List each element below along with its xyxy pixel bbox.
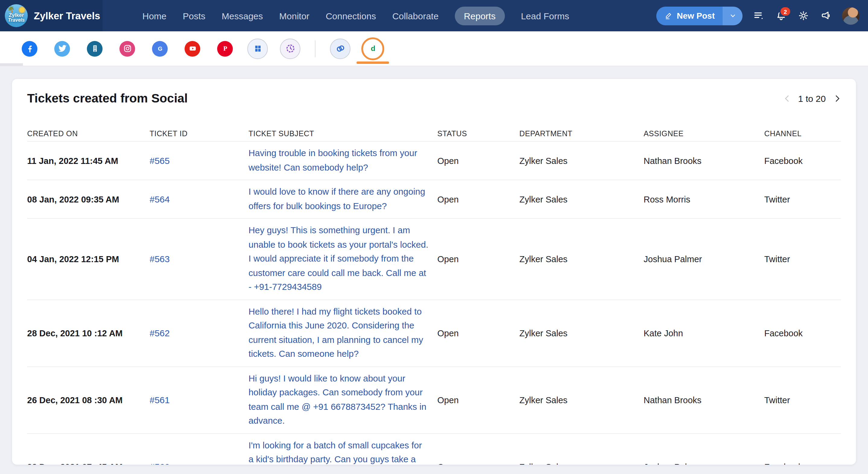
channel-apps-grid-icon[interactable] xyxy=(247,38,268,59)
nav-item-monitor[interactable]: Monitor xyxy=(279,10,309,21)
ticket-id-link[interactable]: #560 xyxy=(150,462,170,465)
cell-department: Zylker Sales xyxy=(519,395,644,405)
channel-separator xyxy=(315,40,315,57)
ticket-id-link[interactable]: #564 xyxy=(150,194,170,204)
table-row: 04 Jan, 2022 12:15 PM #563 Hey guys! Thi… xyxy=(27,219,841,300)
report-card: Tickets created from Social 1 to 20 CREA… xyxy=(12,79,856,465)
cell-assignee: Joshua Palmer xyxy=(644,462,764,465)
cell-assignee: Kate John xyxy=(644,328,764,338)
cell-department: Zylker Sales xyxy=(519,194,644,204)
cell-status: Open xyxy=(437,328,519,338)
ticket-id-link[interactable]: #565 xyxy=(150,156,170,166)
cell-created-on: 08 Jan, 2022 09:35 AM xyxy=(27,194,150,204)
logo-text-line2: Travels xyxy=(5,18,28,23)
channel-company-building-icon[interactable] xyxy=(87,41,102,56)
top-navbar: 🌴 Zylker Travels Zylker Travels HomePost… xyxy=(0,0,868,31)
horizontal-scrollbar-thumb[interactable] xyxy=(0,63,23,66)
card-header: Tickets created from Social 1 to 20 xyxy=(12,79,856,105)
logo-text-line1: Zylker xyxy=(5,12,28,18)
nav-item-connections[interactable]: Connections xyxy=(326,10,376,21)
column-header-assignee: ASSIGNEE xyxy=(644,130,764,138)
cell-ticket-id: #565 xyxy=(150,156,249,166)
cell-ticket-id: #563 xyxy=(150,254,249,264)
palm-tree-icon: 🌴 xyxy=(7,6,15,13)
cell-channel: Facebook xyxy=(764,156,841,165)
nav-item-collaborate[interactable]: Collaborate xyxy=(392,10,438,21)
chevron-down-icon xyxy=(729,12,736,19)
table-row: 08 Jan, 2022 09:35 AM #564 I would love … xyxy=(27,180,841,219)
cell-ticket-id: #562 xyxy=(150,328,249,338)
channel-icons: GPd xyxy=(0,31,868,66)
cell-created-on: 04 Jan, 2022 12:15 PM xyxy=(27,254,150,264)
ticket-subject-link[interactable]: Hey guys! This is something urgent. I am… xyxy=(249,224,437,295)
cell-status: Open xyxy=(437,462,519,465)
app-viewport: 🌴 Zylker Travels Zylker Travels HomePost… xyxy=(0,0,868,474)
channel-zoho-crm-rings-icon[interactable] xyxy=(330,38,350,59)
cell-department: Zylker Sales xyxy=(519,254,644,264)
table-row: 26 Dec, 2021 08 :30 AM #561 Hi guys! I w… xyxy=(27,367,841,434)
column-header-ticket-id: TICKET ID xyxy=(150,130,249,138)
ticket-subject-link[interactable]: I would love to know if there are any on… xyxy=(249,185,437,213)
nav-item-reports[interactable]: Reports xyxy=(455,6,504,25)
channel-google-my-business-icon[interactable]: G xyxy=(152,41,168,56)
table-row: 22 Dec, 2021 07 :45 AM #560 I'm looking … xyxy=(27,434,841,465)
cell-assignee: Nathan Brooks xyxy=(644,395,764,405)
cell-status: Open xyxy=(437,194,519,204)
cell-channel: Twitter xyxy=(764,194,841,204)
channel-facebook-icon[interactable] xyxy=(22,41,37,56)
ticket-id-link[interactable]: #563 xyxy=(150,254,170,264)
cell-ticket-id: #561 xyxy=(150,395,249,405)
cell-assignee: Nathan Brooks xyxy=(644,156,764,165)
prev-page-icon[interactable] xyxy=(783,94,792,102)
channel-twitter-icon[interactable] xyxy=(54,41,70,56)
nav-item-lead-forms[interactable]: Lead Forms xyxy=(521,10,569,21)
column-header-created-on: CREATED ON xyxy=(27,130,150,138)
activity-list-icon[interactable] xyxy=(753,10,765,22)
channel-instagram-icon[interactable] xyxy=(119,41,135,56)
ticket-subject-link[interactable]: Having trouble in booking tickets from y… xyxy=(249,146,437,175)
cell-department: Zylker Sales xyxy=(519,156,644,165)
ticket-id-link[interactable]: #561 xyxy=(150,395,170,405)
cell-assignee: Ross Morris xyxy=(644,194,764,204)
nav-item-home[interactable]: Home xyxy=(142,10,166,21)
cell-channel: Twitter xyxy=(764,254,841,264)
new-post-button[interactable]: New Post xyxy=(656,6,743,25)
main-nav: HomePostsMessagesMonitorConnectionsColla… xyxy=(142,0,569,31)
cell-status: Open xyxy=(437,156,519,165)
settings-gear-icon[interactable] xyxy=(798,10,809,22)
navbar-actions: New Post 2 xyxy=(656,0,860,31)
report-title: Tickets created from Social xyxy=(27,91,188,105)
cell-channel: Facebook xyxy=(764,328,841,338)
cell-assignee: Joshua Palmer xyxy=(644,254,764,264)
next-page-icon[interactable] xyxy=(832,94,841,102)
ticket-subject-link[interactable]: Hello there! I had my flight tickets boo… xyxy=(249,305,437,361)
channel-time-clock-icon[interactable] xyxy=(280,38,300,59)
new-post-main[interactable]: New Post xyxy=(656,6,723,25)
table-row: 11 Jan, 2022 11:45 AM #565 Having troubl… xyxy=(27,142,841,180)
svg-text:P: P xyxy=(223,45,227,52)
notifications-bell-icon[interactable]: 2 xyxy=(775,10,787,22)
column-header-ticket-subject: TICKET SUBJECT xyxy=(249,130,437,138)
channel-youtube-icon[interactable] xyxy=(185,41,200,56)
column-header-department: DEPARTMENT xyxy=(519,130,644,138)
brand-name: Zylker Travels xyxy=(34,10,100,22)
cell-channel: Twitter xyxy=(764,395,841,405)
ticket-subject-link[interactable]: Hi guys! I would like to know about your… xyxy=(249,372,437,428)
page-range: 1 to 20 xyxy=(798,93,826,103)
cell-created-on: 22 Dec, 2021 07 :45 AM xyxy=(27,462,150,465)
new-post-dropdown-button[interactable] xyxy=(723,6,743,25)
cell-status: Open xyxy=(437,395,519,405)
nav-item-posts[interactable]: Posts xyxy=(183,10,206,21)
active-tab-underline xyxy=(356,62,389,64)
ticket-subject-link[interactable]: I'm looking for a batch of small cupcake… xyxy=(249,438,437,465)
table-header-row: CREATED ONTICKET IDTICKET SUBJECTSTATUSD… xyxy=(27,105,841,142)
announcements-megaphone-icon[interactable] xyxy=(820,10,832,22)
cell-ticket-id: #560 xyxy=(150,462,249,465)
nav-item-messages[interactable]: Messages xyxy=(222,10,263,21)
ticket-id-link[interactable]: #562 xyxy=(150,328,170,338)
brand-logo[interactable]: 🌴 Zylker Travels xyxy=(5,4,28,27)
channel-zoho-desk-icon[interactable]: d xyxy=(361,37,384,60)
channel-pinterest-icon[interactable]: P xyxy=(217,41,233,56)
user-avatar[interactable] xyxy=(842,7,860,25)
cell-created-on: 11 Jan, 2022 11:45 AM xyxy=(27,156,150,165)
